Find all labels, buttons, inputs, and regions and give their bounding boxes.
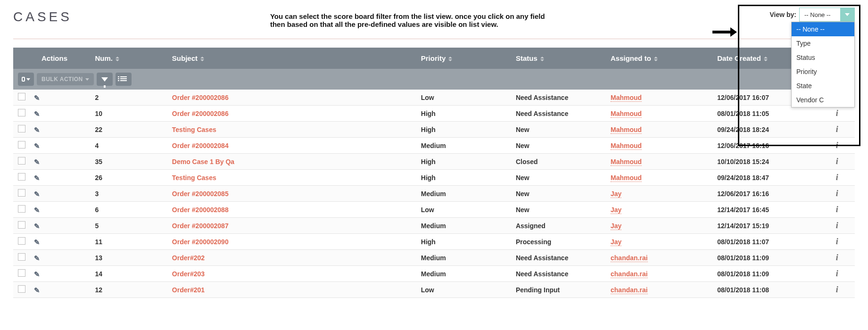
row-checkbox[interactable] [18, 221, 25, 229]
subject-link[interactable]: Order #200002086 [172, 110, 229, 117]
edit-icon[interactable]: ✎ [34, 190, 40, 198]
cell-date: 10/10/2018 15:24 [712, 154, 831, 170]
viewby-option[interactable]: Status [792, 50, 854, 65]
row-checkbox[interactable] [18, 237, 25, 245]
edit-icon[interactable]: ✎ [34, 254, 40, 263]
cell-num: 10 [90, 106, 167, 122]
annotation-arrow [712, 27, 737, 37]
edit-icon[interactable]: ✎ [34, 110, 40, 118]
col-subject[interactable]: Subject [167, 48, 416, 69]
bulk-action-button[interactable]: BULK ACTION [37, 73, 94, 85]
col-actions-label: Actions [41, 54, 67, 62]
row-checkbox[interactable] [18, 157, 25, 165]
subject-link[interactable]: Order#202 [172, 254, 205, 262]
sort-icon [540, 57, 544, 61]
subject-link[interactable]: Order#203 [172, 270, 205, 278]
col-actions[interactable]: Actions [13, 48, 90, 69]
assigned-link[interactable]: Jay [611, 238, 621, 246]
cell-status: Assigned [511, 218, 606, 234]
assigned-link[interactable]: chandan.rai [611, 286, 648, 294]
cell-status: Need Assistance [511, 106, 606, 122]
info-icon[interactable]: i [836, 157, 838, 166]
viewby-option[interactable]: Type [792, 36, 854, 50]
info-icon[interactable]: i [836, 140, 838, 150]
viewby-dropdown-button[interactable] [840, 8, 854, 21]
subject-link[interactable]: Testing Cases [172, 174, 216, 182]
info-icon[interactable]: i [836, 205, 838, 214]
subject-link[interactable]: Order #200002085 [172, 190, 229, 198]
edit-icon[interactable]: ✎ [34, 142, 40, 150]
assigned-link[interactable]: Mahmoud [611, 142, 642, 150]
col-subject-label: Subject [172, 54, 198, 62]
chevron-down-icon [85, 78, 89, 81]
assigned-link[interactable]: Mahmoud [611, 158, 642, 166]
assigned-link[interactable]: Mahmoud [611, 126, 642, 134]
row-checkbox[interactable] [18, 269, 25, 277]
assigned-link[interactable]: Jay [611, 190, 621, 198]
edit-icon[interactable]: ✎ [34, 222, 40, 231]
table-body: ✎2Order #200002086LowNeed AssistanceMahm… [13, 90, 855, 298]
subject-link[interactable]: Order #200002087 [172, 222, 229, 230]
subject-link[interactable]: Order #200002084 [172, 142, 229, 149]
col-priority[interactable]: Priority [416, 48, 511, 69]
assigned-link[interactable]: Jay [611, 206, 621, 214]
viewby-option[interactable]: Priority [792, 65, 854, 79]
viewby-dropdown[interactable]: -- None --TypeStatusPriorityStateVendor … [791, 22, 855, 107]
assigned-link[interactable]: chandan.rai [611, 254, 648, 262]
cell-status: New [511, 186, 606, 202]
row-checkbox[interactable] [18, 253, 25, 261]
assigned-link[interactable]: Mahmoud [611, 110, 642, 118]
edit-icon[interactable]: ✎ [34, 174, 40, 182]
row-checkbox[interactable] [18, 173, 25, 181]
col-status-label: Status [516, 54, 537, 62]
col-status[interactable]: Status [511, 48, 606, 69]
viewby-option[interactable]: State [792, 79, 854, 93]
col-num[interactable]: Num. [90, 48, 167, 69]
info-icon[interactable]: i [836, 221, 838, 230]
row-checkbox[interactable] [18, 125, 25, 132]
col-assigned[interactable]: Assigned to [606, 48, 712, 69]
info-icon[interactable]: i [836, 173, 838, 182]
viewby-option[interactable]: Vendor C [792, 93, 854, 107]
subject-link[interactable]: Order#201 [172, 286, 205, 294]
row-checkbox[interactable] [18, 93, 25, 100]
edit-icon[interactable]: ✎ [34, 270, 40, 279]
info-icon[interactable]: i [836, 269, 838, 278]
row-checkbox[interactable] [18, 141, 25, 148]
cell-num: 14 [90, 266, 167, 282]
cell-priority: Medium [416, 138, 511, 154]
info-icon[interactable]: i [836, 124, 838, 134]
viewby-select[interactable]: -- None -- [799, 8, 855, 22]
edit-icon[interactable]: ✎ [34, 126, 40, 134]
info-icon[interactable]: i [836, 189, 838, 198]
edit-icon[interactable]: ✎ [34, 206, 40, 214]
subject-link[interactable]: Order #200002088 [172, 206, 229, 214]
info-icon[interactable]: i [836, 285, 838, 294]
info-icon[interactable]: i [836, 237, 838, 246]
assigned-link[interactable]: chandan.rai [611, 270, 648, 278]
info-icon[interactable]: i [836, 108, 838, 118]
subject-link[interactable]: Demo Case 1 By Qa [172, 158, 234, 165]
assigned-link[interactable]: Mahmoud [611, 174, 642, 182]
assigned-link[interactable]: Mahmoud [611, 94, 642, 102]
row-checkbox[interactable] [18, 189, 25, 197]
list-view-button[interactable] [116, 73, 132, 86]
edit-icon[interactable]: ✎ [34, 94, 40, 102]
edit-icon[interactable]: ✎ [34, 286, 40, 295]
row-checkbox[interactable] [18, 205, 25, 213]
assigned-link[interactable]: Jay [611, 222, 621, 230]
viewby-option[interactable]: -- None -- [792, 22, 854, 36]
row-checkbox[interactable] [18, 109, 25, 116]
subject-link[interactable]: Order #200002090 [172, 238, 229, 246]
edit-icon[interactable]: ✎ [34, 158, 40, 166]
row-checkbox[interactable] [18, 285, 25, 293]
subject-link[interactable]: Testing Cases [172, 126, 216, 133]
filter-button[interactable] [97, 73, 113, 86]
info-icon[interactable]: i [836, 253, 838, 262]
list-icon [120, 76, 127, 82]
edit-icon[interactable]: ✎ [34, 238, 40, 247]
subject-link[interactable]: Order #200002086 [172, 94, 229, 101]
select-mode-button[interactable] [18, 73, 34, 86]
table-row: ✎11Order #200002090HighProcessingJay08/0… [13, 234, 855, 250]
cell-priority: High [416, 106, 511, 122]
